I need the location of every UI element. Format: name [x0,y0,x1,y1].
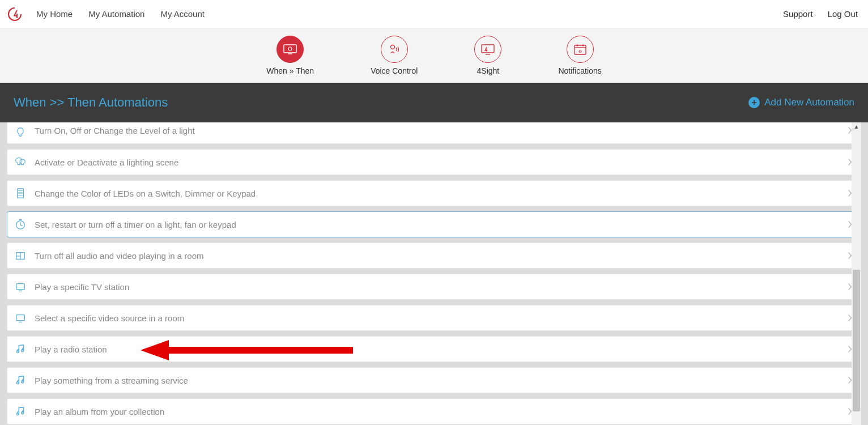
action-list: Turn On, Off or Change the Level of a li… [7,122,861,424]
nav-left: My Home My Automation My Account [36,9,205,19]
tab-label: When » Then [266,66,314,75]
svg-rect-1 [284,45,296,53]
action-item-label: Play a specific TV station [35,282,847,292]
action-item-label: Play something from a streaming service [35,376,847,385]
section-title: When >> Then Automations [14,95,168,110]
tab-label: Notifications [558,66,601,75]
action-item[interactable]: Play an album from your collection [7,398,861,424]
scroll-area: Turn On, Off or Change the Level of a li… [7,122,861,425]
add-new-automation-button[interactable]: + Add New Automation [748,97,854,108]
sight-icon [474,36,501,63]
svg-point-4 [390,45,394,49]
music-icon [14,405,27,418]
svg-point-2 [288,47,292,50]
tv-icon [14,280,27,293]
action-item[interactable]: Select a specific video source in a room [7,305,861,331]
plus-circle-icon: + [748,97,760,108]
action-item[interactable]: Change the Color of LEDs on a Switch, Di… [7,180,861,206]
action-item[interactable]: Activate or Deactivate a lighting scene [7,149,861,175]
timer-icon [14,218,27,231]
music-icon [14,374,27,386]
top-nav: My Home My Automation My Account Support… [0,0,868,28]
nav-my-home[interactable]: My Home [36,9,73,19]
room-icon [14,249,27,262]
keypad-icon [14,187,27,199]
scroll-up-arrow-icon[interactable]: ▲ [853,124,860,130]
action-item-label: Turn off all audio and video playing in … [35,251,847,261]
bulb-icon [14,126,27,138]
action-item-label: Turn On, Off or Change the Level of a li… [35,126,847,135]
action-item-label: Play an album from your collection [35,407,847,416]
tv-icon [14,312,27,324]
tab-label: Voice Control [371,66,418,75]
scrollbar-thumb[interactable] [853,270,860,411]
nav-right: Support Log Out [783,9,858,19]
content-area: Turn On, Off or Change the Level of a li… [0,122,868,425]
tab-when-then[interactable]: When » Then [266,36,314,75]
action-item[interactable]: Turn On, Off or Change the Level of a li… [7,122,861,144]
screen-icon [276,36,304,63]
action-item[interactable]: Play a specific TV station [7,274,861,300]
action-item[interactable]: Play a radio station [7,336,861,362]
brand-logo [7,6,23,22]
nav-logout[interactable]: Log Out [828,9,858,19]
action-item[interactable]: Set, restart or turn off a timer on a li… [7,211,861,237]
tab-4sight[interactable]: 4Sight [474,36,501,75]
svg-rect-5 [482,45,494,53]
section-header: When >> Then Automations + Add New Autom… [0,83,868,122]
calendar-bell-icon [567,36,594,63]
tab-voice-control[interactable]: Voice Control [371,36,418,75]
tab-notifications[interactable]: Notifications [558,36,601,75]
nav-support[interactable]: Support [783,9,813,19]
action-item-label: Set, restart or turn off a timer on a li… [35,220,847,230]
action-item-label: Select a specific video source in a room [35,313,847,323]
action-item-label: Activate or Deactivate a lighting scene [35,158,847,167]
tab-bar: When » Then Voice Control 4Sight [0,28,868,83]
music-icon [14,343,27,355]
action-item[interactable]: Turn off all audio and video playing in … [7,243,861,269]
action-item-label: Play a radio station [35,345,847,354]
add-new-label: Add New Automation [764,97,854,108]
scrollbar-track[interactable]: ▲ [852,122,861,425]
action-item-label: Change the Color of LEDs on a Switch, Di… [35,189,847,198]
nav-my-automation[interactable]: My Automation [88,9,144,19]
tab-label: 4Sight [477,66,500,75]
scene-icon [14,156,27,168]
voice-icon [381,36,408,63]
action-item[interactable]: Play something from a streaming service [7,367,861,393]
nav-my-account[interactable]: My Account [160,9,205,19]
